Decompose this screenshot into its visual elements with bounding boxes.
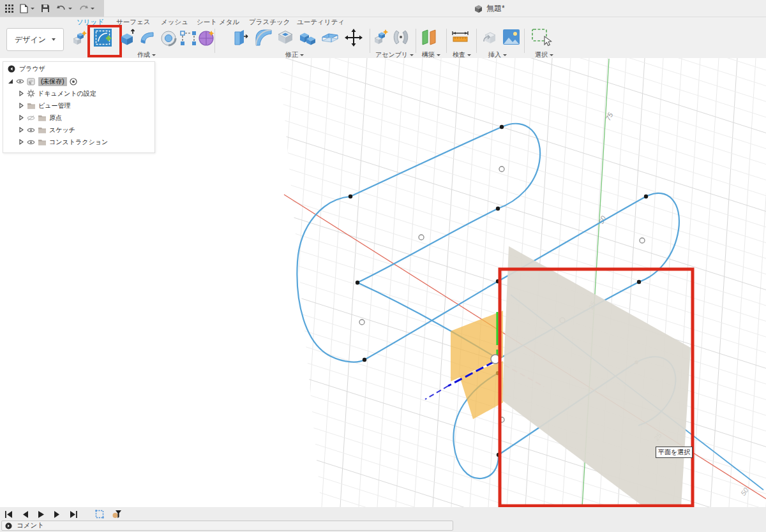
timeline-step-forward-icon[interactable] (53, 510, 61, 521)
redo-icon[interactable] (79, 4, 94, 13)
timeline-go-end-icon[interactable] (69, 510, 79, 521)
browser-item-label: ビュー管理 (38, 101, 70, 110)
browser-item-label: ドキュメントの設定 (38, 89, 96, 98)
timeline-go-start-icon[interactable] (4, 510, 13, 521)
browser-panel: ブラウザ (未保存) ドキュメントの設定 ビュー管理 原点 スケッチ コンストラ… (3, 61, 155, 153)
comment-bar[interactable]: コメント (1, 521, 453, 531)
browser-header-label: ブラウザ (19, 64, 45, 73)
revolve-icon[interactable] (160, 29, 177, 50)
eye-icon[interactable] (27, 139, 35, 145)
workspace-selector[interactable]: デザイン (6, 28, 64, 51)
apps-grid-icon[interactable] (5, 4, 13, 13)
measure-icon[interactable] (451, 30, 469, 47)
eye-icon[interactable] (16, 78, 24, 84)
ribbon-separator (476, 29, 477, 53)
file-caret-icon (31, 8, 34, 10)
ribbon-separator (370, 29, 370, 53)
expand-arrow-icon[interactable] (19, 91, 24, 96)
browser-item-construction[interactable]: コンストラクション (3, 136, 154, 148)
timeline-filter-icon[interactable] (112, 509, 122, 522)
ribbon-separator (446, 29, 447, 53)
workspace-caret-icon (52, 38, 56, 41)
browser-root-row[interactable]: (未保存) (3, 75, 154, 87)
gear-icon (27, 89, 35, 98)
browser-item-document-settings[interactable]: ドキュメントの設定 (3, 87, 154, 100)
ribbon-separator (524, 29, 525, 53)
browser-item-named-views[interactable]: ビュー管理 (3, 100, 154, 112)
browser-item-sketches[interactable]: スケッチ (3, 124, 154, 136)
folder-icon (38, 138, 47, 145)
tab-plastic[interactable]: プラスチック (249, 18, 290, 27)
extrude-icon[interactable] (119, 27, 136, 50)
quick-access-toolbar (0, 0, 104, 17)
comment-bar-label: コメント (17, 521, 44, 530)
document-cube-icon (27, 77, 36, 85)
expand-arrow-icon[interactable] (19, 115, 24, 121)
sketch-constraints-icon[interactable] (180, 31, 197, 48)
sweep-icon[interactable] (139, 31, 158, 48)
insert-image-icon[interactable] (502, 29, 520, 48)
timeline (4, 509, 122, 522)
timeline-play-icon[interactable] (37, 510, 45, 521)
plane-select-tooltip: 平面を選択 (656, 447, 693, 458)
folder-icon (38, 126, 47, 133)
ribbon-separator (416, 29, 416, 53)
activate-radio-icon[interactable] (70, 78, 77, 85)
save-icon[interactable] (41, 4, 50, 13)
timeline-sketch-marker-icon[interactable] (95, 510, 104, 521)
create-sketch-icon[interactable] (93, 28, 112, 50)
redo-caret-icon (91, 8, 94, 10)
browser-item-label: コンストラクション (49, 138, 108, 147)
bottom-bar: コメント (0, 507, 766, 532)
construction-plane-icon[interactable] (420, 28, 438, 50)
eye-icon[interactable] (27, 127, 35, 133)
document-cube-icon (474, 4, 483, 13)
expand-arrow-icon[interactable] (8, 78, 13, 84)
expand-arrow-icon[interactable] (19, 139, 24, 145)
hovered-plane[interactable] (502, 246, 691, 507)
joint-icon[interactable] (392, 29, 410, 49)
tab-sheetmetal[interactable]: シート メタル (197, 18, 239, 27)
origin-plane-highlight[interactable] (451, 311, 503, 419)
combine-icon[interactable] (299, 29, 317, 49)
document-title: 無題* (474, 3, 505, 14)
eye-hidden-icon[interactable] (27, 115, 35, 121)
document-title-text: 無題* (486, 3, 505, 14)
shell-icon[interactable] (276, 29, 294, 49)
create-form-icon[interactable] (197, 29, 216, 50)
timeline-step-back-icon[interactable] (21, 510, 29, 521)
folder-icon (38, 114, 47, 121)
insert-derive-icon[interactable] (481, 29, 499, 49)
browser-item-label: 原点 (49, 114, 62, 122)
fillet-icon[interactable] (255, 29, 273, 49)
tab-mesh[interactable]: メッシュ (161, 18, 188, 27)
title-bar: 無題* (0, 0, 766, 17)
ribbon-separator (214, 29, 215, 53)
comment-expand-icon[interactable] (5, 522, 12, 529)
file-menu-icon[interactable] (20, 4, 34, 13)
select-icon[interactable] (532, 29, 552, 49)
browser-item-origin[interactable]: 原点 (3, 112, 154, 124)
collapse-panel-icon[interactable] (8, 65, 15, 73)
move-icon[interactable] (345, 29, 363, 49)
folder-icon (27, 102, 36, 109)
undo-caret-icon (68, 8, 72, 10)
new-component-assembly-icon[interactable] (372, 28, 390, 48)
expand-arrow-icon[interactable] (19, 103, 24, 108)
root-document-label[interactable]: (未保存) (38, 77, 67, 86)
press-pull-icon[interactable] (233, 28, 250, 50)
browser-header: ブラウザ (3, 62, 154, 75)
workspace-label: デザイン (15, 34, 46, 45)
tab-utilities[interactable]: ユーティリティ (297, 18, 345, 27)
browser-item-label: スケッチ (49, 126, 75, 135)
ribbon-toolbar: デザイン ソリッド サーフェス メッシュ シート メタル プラスチック ユーティ… (0, 17, 766, 59)
offset-face-icon[interactable] (321, 29, 340, 48)
expand-arrow-icon[interactable] (19, 127, 24, 133)
undo-icon[interactable] (56, 4, 72, 13)
new-component-icon[interactable] (70, 29, 88, 50)
